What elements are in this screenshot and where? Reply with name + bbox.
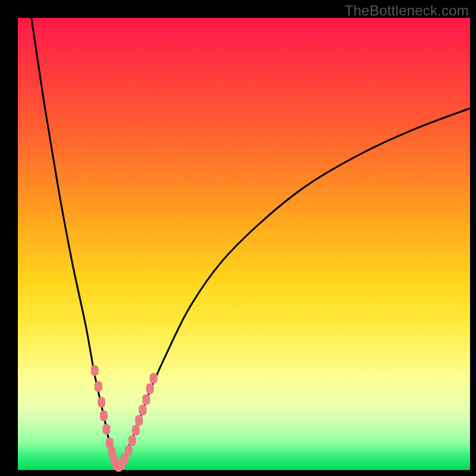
data-marker (135, 415, 143, 425)
watermark-text: TheBottleneck.com (345, 2, 469, 19)
data-marker (100, 411, 108, 421)
plot-area (18, 18, 470, 470)
chart-frame: TheBottleneck.com (0, 0, 476, 476)
data-marker (132, 425, 140, 436)
data-marker (95, 381, 102, 392)
data-marker (129, 436, 136, 446)
data-marker (91, 365, 99, 376)
data-marker (142, 394, 150, 405)
data-marker (98, 397, 105, 408)
curve-right-branch (117, 108, 470, 468)
data-marker (102, 424, 110, 435)
data-marker (125, 445, 133, 456)
data-marker (139, 405, 146, 415)
data-marker (150, 373, 158, 384)
data-marker (146, 383, 154, 394)
curve-layer (18, 18, 470, 470)
